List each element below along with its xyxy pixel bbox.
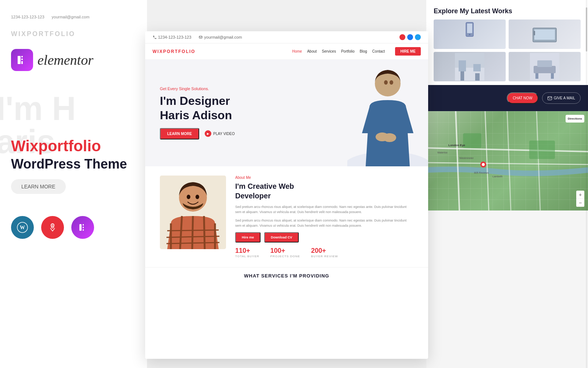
preview-nav-links: Home About Services Portfolio Blog Conta… bbox=[292, 47, 421, 56]
nav-services[interactable]: Services bbox=[322, 49, 336, 53]
dark-section: CHAT NOW GIVE A MAIL bbox=[426, 85, 588, 111]
hire-me-button[interactable]: HIRE ME bbox=[395, 47, 421, 56]
nav-contact[interactable]: Contact bbox=[372, 49, 385, 53]
preview-about: About Me I'm Creative Web Developer Sed … bbox=[145, 166, 428, 267]
zoom-in-btn[interactable]: + bbox=[576, 191, 584, 199]
chat-now-btn[interactable]: CHAT NOW bbox=[507, 92, 538, 104]
scrollbar-thumb bbox=[586, 7, 587, 52]
stat-reviews-number: 200+ bbox=[311, 247, 338, 255]
svg-rect-43 bbox=[460, 71, 464, 81]
svg-text:Waterloo: Waterloo bbox=[437, 151, 448, 154]
svg-line-52 bbox=[485, 111, 489, 210]
play-icon: ▶ bbox=[205, 130, 211, 137]
zoom-out-btn[interactable]: − bbox=[576, 199, 584, 207]
work-image-2 bbox=[509, 20, 581, 49]
svg-rect-12 bbox=[83, 227, 84, 228]
svg-point-20 bbox=[390, 80, 393, 85]
about-text-1: Sed pretium arcu rhoncus risus aliquet, … bbox=[235, 204, 413, 215]
nav-home[interactable]: Home bbox=[292, 49, 302, 53]
elementor-logo: elementor bbox=[11, 49, 136, 71]
preview-email: yourmail@gmail.com bbox=[199, 35, 242, 39]
nav-blog[interactable]: Blog bbox=[360, 49, 367, 53]
svg-rect-41 bbox=[459, 60, 466, 71]
nav-portfolio[interactable]: Portfolio bbox=[341, 49, 355, 53]
svg-line-25 bbox=[192, 216, 193, 249]
social-dot-3 bbox=[415, 34, 421, 40]
tech-icons-row: W bbox=[11, 216, 136, 239]
svg-point-31 bbox=[187, 195, 190, 199]
stats-row: 110+ TOTAL BUYER 100+ PROJECTS DONE 200+… bbox=[235, 247, 413, 258]
elementor-icon bbox=[11, 49, 33, 71]
social-dot-1 bbox=[399, 34, 405, 40]
explore-works-section: Explore My Latest Works bbox=[426, 0, 588, 85]
play-video-btn[interactable]: ▶ PLAY VIDEO bbox=[205, 130, 235, 137]
download-cv-btn[interactable]: Download CV bbox=[264, 232, 299, 243]
theme-title: Wixportfolio bbox=[11, 137, 136, 155]
hero-text: Get Every Single Solutions. I'm Designer… bbox=[160, 86, 413, 139]
left-brand: WIXPORTFOLIO bbox=[11, 30, 136, 38]
stat-projects-number: 100+ bbox=[270, 247, 300, 255]
svg-rect-0 bbox=[18, 56, 21, 64]
about-title: I'm Creative Web Developer bbox=[235, 181, 413, 201]
svg-point-32 bbox=[196, 195, 199, 199]
map-section: London Eye Waterloo Lambeth Westminster … bbox=[426, 111, 588, 210]
nav-about[interactable]: About bbox=[307, 49, 317, 53]
svg-rect-13 bbox=[83, 229, 84, 231]
stat-buyers: 110+ TOTAL BUYER bbox=[235, 247, 259, 258]
svg-text:London Eye: London Eye bbox=[448, 144, 465, 147]
svg-point-19 bbox=[384, 80, 388, 85]
work-item-4[interactable] bbox=[509, 52, 581, 81]
scrollbar[interactable] bbox=[586, 0, 587, 368]
svg-rect-48 bbox=[551, 73, 554, 79]
hero-subtitle: Get Every Single Solutions. bbox=[160, 86, 413, 91]
learn-more-hero-btn[interactable]: LEARN MORE bbox=[160, 128, 199, 139]
learn-more-button[interactable]: LEARN MORE bbox=[11, 179, 66, 194]
work-item-2[interactable] bbox=[509, 20, 581, 49]
about-label: About Me bbox=[235, 176, 413, 180]
svg-rect-1 bbox=[21, 56, 23, 57]
svg-rect-49 bbox=[537, 60, 552, 67]
svg-text:Lambeth: Lambeth bbox=[492, 175, 502, 178]
explore-title: Explore My Latest Works bbox=[434, 7, 581, 15]
svg-text:Westminster: Westminster bbox=[459, 157, 474, 159]
map-zoom-controls: + − bbox=[576, 191, 584, 207]
stat-reviews-label: BUYER REVIEW bbox=[311, 255, 338, 258]
left-topbar: 1234-123-123-123 yourmail@gmail.com bbox=[11, 15, 136, 19]
svg-rect-10 bbox=[79, 224, 82, 231]
svg-rect-44 bbox=[475, 73, 480, 81]
give-mail-btn[interactable]: GIVE A MAIL bbox=[542, 92, 581, 104]
map-directions-overlay: Directions bbox=[566, 115, 584, 123]
svg-line-53 bbox=[426, 148, 588, 152]
left-panel: 1234-123-123-123 yourmail@gmail.com WIXP… bbox=[0, 0, 147, 368]
stat-projects: 100+ PROJECTS DONE bbox=[270, 247, 300, 258]
svg-line-28 bbox=[167, 230, 219, 231]
map-roads-svg: London Eye Waterloo Lambeth Westminster … bbox=[426, 111, 588, 210]
svg-rect-11 bbox=[83, 224, 84, 226]
touch-icon bbox=[41, 216, 64, 239]
stat-buyers-number: 110+ bbox=[235, 247, 259, 255]
work-image-3 bbox=[434, 52, 506, 81]
hero-buttons: LEARN MORE ▶ PLAY VIDEO bbox=[160, 128, 413, 139]
preview-hero: Get Every Single Solutions. I'm Designer… bbox=[145, 60, 428, 166]
give-mail-label: GIVE A MAIL bbox=[554, 96, 575, 100]
svg-rect-37 bbox=[534, 29, 555, 40]
preview-navbar: WIXPORTFOLIO Home About Services Portfol… bbox=[145, 43, 428, 60]
work-item-1[interactable] bbox=[434, 20, 506, 49]
about-buttons: Hire me Download CV bbox=[235, 232, 413, 243]
svg-text:805 Reviews: 805 Reviews bbox=[474, 171, 489, 174]
work-item-3[interactable] bbox=[434, 52, 506, 81]
elementor-badge-icon bbox=[71, 216, 94, 239]
services-heading: WHAT SERVICES I'M PROVIDING bbox=[145, 267, 428, 284]
svg-rect-38 bbox=[534, 31, 535, 35]
svg-line-54 bbox=[426, 163, 588, 164]
about-text-2: Sed pretium arcu rhoncus risus aliquet, … bbox=[235, 218, 413, 229]
wordpress-icon: W bbox=[11, 216, 34, 239]
svg-point-60 bbox=[482, 163, 485, 166]
elementor-text: elementor bbox=[37, 52, 93, 68]
svg-text:W: W bbox=[20, 225, 25, 230]
hire-me-about-btn[interactable]: Hire me bbox=[235, 232, 261, 243]
work-image-1 bbox=[434, 20, 506, 49]
dark-buttons: CHAT NOW GIVE A MAIL bbox=[434, 92, 581, 104]
svg-rect-58 bbox=[529, 141, 555, 159]
phone-number: 1234-123-123-123 bbox=[11, 15, 44, 19]
